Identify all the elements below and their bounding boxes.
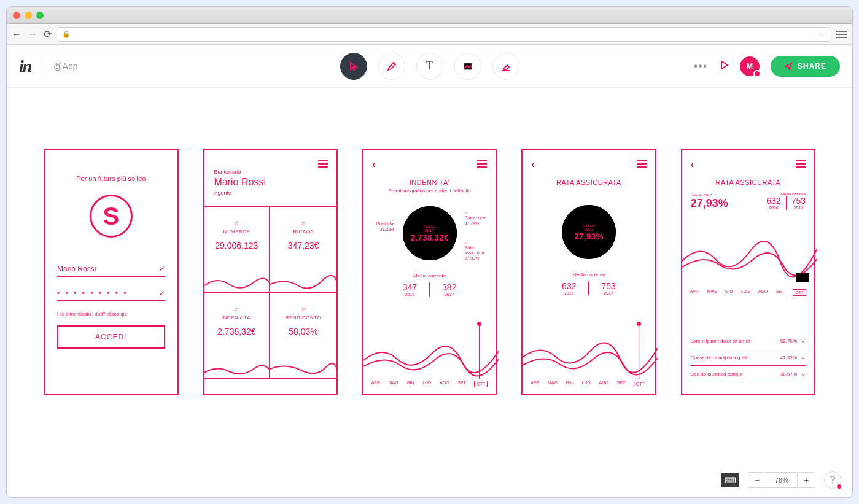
artboard-dashboard[interactable]: Bentornato Mario Rossi Agente ⌕ N° MERCE… xyxy=(203,149,338,395)
browser-window: ← → ⟳ 🔒 ☆ in @App T ••• M SHARE xyxy=(6,6,853,498)
login-button[interactable]: ACCEDI xyxy=(57,325,165,349)
dashboard-header: Bentornato Mario Rossi Agente xyxy=(204,150,336,207)
dashboard-grid: ⌕ N° MERCE 29.006.123 ⌕ RICAVO 347,23€ ⌕… xyxy=(204,207,336,379)
calc-percent: 27,93% xyxy=(691,197,728,210)
toolbar: T xyxy=(340,53,519,80)
divider xyxy=(42,58,42,74)
mac-titlebar xyxy=(7,7,852,24)
cell-merce[interactable]: ⌕ N° MERCE 29.006.123 xyxy=(204,207,271,293)
back-icon[interactable]: ‹ xyxy=(691,159,694,170)
pointer-tool[interactable] xyxy=(340,53,367,80)
browser-back-icon[interactable]: ← xyxy=(12,29,21,40)
brand-logo: S xyxy=(90,195,133,238)
window-close-icon[interactable] xyxy=(13,12,20,19)
window-minimize-icon[interactable] xyxy=(25,12,32,19)
play-icon[interactable] xyxy=(719,60,729,72)
summary-row: Calcolo 2017 27,93% Media corrente 63220… xyxy=(682,186,814,214)
cell-value: 2.738,32€ xyxy=(209,327,265,336)
invision-logo[interactable]: in xyxy=(19,56,31,76)
keyboard-icon[interactable]: ⌨ xyxy=(721,473,739,487)
password-field[interactable]: • • • • • • • • • ✓ xyxy=(57,287,165,301)
media-label: Media corrente xyxy=(363,273,496,279)
app-header: in @App T ••• M SHARE xyxy=(7,45,852,88)
bookmark-star-icon[interactable]: ☆ xyxy=(818,29,826,39)
month-axis: APRMAGGIULUGAGOSETOTT xyxy=(363,381,496,387)
artboard-login[interactable]: Per un futuro più solido S Mario Rossi ✓… xyxy=(44,149,179,395)
lock-icon: 🔒 xyxy=(62,30,71,38)
donut-center: Calcolo 2017 27,93% xyxy=(555,198,623,266)
menu-icon[interactable] xyxy=(318,160,328,168)
list-item[interactable]: Consectetur adipiscing elit41,32%⌄ xyxy=(691,349,806,366)
trend-chart xyxy=(363,336,499,379)
screen-subtitle: Premi sul grafico per aprire il dettagli… xyxy=(363,188,496,193)
search-icon: ⌕ xyxy=(275,219,332,227)
user-name: Mario Rossi xyxy=(214,177,327,188)
menu-icon[interactable] xyxy=(477,160,487,168)
zoom-out-button[interactable]: − xyxy=(748,472,766,488)
screen-title: RATA ASSICURATA xyxy=(682,179,814,186)
chart-marker xyxy=(479,324,480,379)
image-tool[interactable] xyxy=(454,53,481,80)
list-item[interactable]: Sed do eiusmod tempor38,67%⌄ xyxy=(691,366,806,382)
cell-rendiconto[interactable]: ⌕ RENDICONTO 58,03% xyxy=(270,293,336,379)
menu-icon[interactable] xyxy=(637,160,647,168)
chevron-down-icon: ⌄ xyxy=(801,338,806,344)
eraser-tool[interactable] xyxy=(492,53,519,80)
donut-chart[interactable]: Calcolo 2017 2.738,32€ ⌕Gratifiche37,33%… xyxy=(396,200,464,267)
search-icon: ⌕ xyxy=(275,305,332,312)
username-value: Mario Rossi xyxy=(57,265,96,273)
cell-value: 29.006.123 xyxy=(209,241,265,250)
more-menu-icon[interactable]: ••• xyxy=(694,61,708,72)
text-tool[interactable]: T xyxy=(416,53,443,80)
artboard-rata-detail[interactable]: ‹ RATA ASSICURATA Calcolo 2017 27,93% Me… xyxy=(681,149,815,395)
browser-menu-icon[interactable] xyxy=(836,31,847,38)
month-axis: APRMAGGIULUGAGOSETOTT xyxy=(682,289,814,296)
pencil-tool[interactable] xyxy=(378,53,405,80)
media-label: Media corrente xyxy=(523,272,655,277)
cell-label: RICAVO xyxy=(275,229,332,235)
search-icon: ⌕ xyxy=(209,305,265,312)
segment-label: ⌕Gratifiche37,33% xyxy=(373,217,395,232)
canvas[interactable]: Per un futuro più solido S Mario Rossi ✓… xyxy=(7,88,852,497)
list-item[interactable]: Lorem ipsum dolor sit amet52,76%⌄ xyxy=(691,333,806,349)
chevron-down-icon: ⌄ xyxy=(801,354,806,360)
window-maximize-icon[interactable] xyxy=(36,12,44,19)
zoom-value[interactable]: 76% xyxy=(766,472,797,488)
zoom-in-button[interactable]: + xyxy=(797,472,815,488)
breadcrumb[interactable]: @App xyxy=(53,61,77,71)
share-label: SHARE xyxy=(798,62,826,71)
browser-reload-icon[interactable]: ⟳ xyxy=(44,28,52,40)
check-icon: ✓ xyxy=(159,289,165,298)
check-icon: ✓ xyxy=(159,265,165,273)
screen-title: INDENNITA' xyxy=(363,179,496,186)
chevron-down-icon: ⌄ xyxy=(801,371,806,377)
artboard-rata[interactable]: ‹ RATA ASSICURATA Calcolo 2017 27,93% Me… xyxy=(521,149,656,395)
cell-ricavo[interactable]: ⌕ RICAVO 347,23€ xyxy=(270,207,336,293)
menu-icon[interactable] xyxy=(796,160,806,168)
artboards-row: Per un futuro più solido S Mario Rossi ✓… xyxy=(7,88,852,395)
forgot-link[interactable]: Hai dimenticato i dati? clicca qui xyxy=(57,311,165,317)
password-mask: • • • • • • • • • xyxy=(57,289,128,298)
artboard-indennita[interactable]: ‹ INDENNITA' Premi sul grafico per aprir… xyxy=(362,149,497,395)
cell-indennita[interactable]: ⌕ INDENNITA' 2.738,32€ xyxy=(204,293,271,379)
help-button[interactable]: ? xyxy=(824,471,841,489)
svg-rect-7 xyxy=(796,273,809,282)
back-icon[interactable]: ‹ xyxy=(531,159,534,170)
donut-chart[interactable]: Calcolo 2017 27,93% xyxy=(555,198,623,266)
browser-forward-icon[interactable]: → xyxy=(28,29,37,40)
cell-value: 347,23€ xyxy=(275,241,332,250)
username-field[interactable]: Mario Rossi ✓ xyxy=(57,262,165,277)
search-icon: ⌕ xyxy=(209,219,265,227)
back-icon[interactable]: ‹ xyxy=(372,159,375,170)
trend-chart xyxy=(682,230,817,285)
media-row: 6322016 7532017 xyxy=(523,281,655,295)
share-button[interactable]: SHARE xyxy=(771,56,840,77)
cell-label: N° MERCE xyxy=(209,229,265,235)
welcome-label: Bentornato xyxy=(214,169,327,175)
trend-chart xyxy=(523,336,658,379)
address-bar[interactable]: 🔒 ☆ xyxy=(58,27,830,42)
bottom-toolbar: ⌨ − 76% + ? xyxy=(721,471,841,489)
header-right: ••• M SHARE xyxy=(694,56,840,77)
media-row: 3472016 3822017 xyxy=(363,282,496,297)
user-avatar[interactable]: M xyxy=(740,56,760,76)
